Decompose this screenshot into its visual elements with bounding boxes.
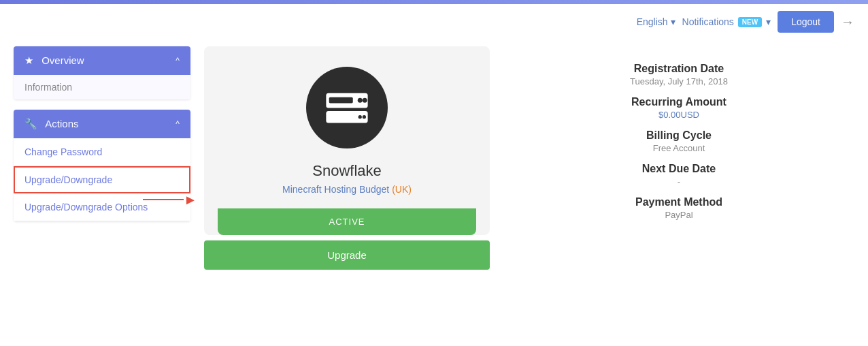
exit-icon[interactable]: → (841, 14, 854, 30)
language-button[interactable]: English ▾ (637, 16, 675, 27)
service-icon-wrap (306, 67, 388, 148)
billing-cycle-label: Billing Cycle (517, 129, 841, 142)
language-chevron: ▾ (671, 16, 675, 27)
registration-date-label: Registration Date (517, 63, 841, 75)
center-panel: ► Snowflake Mi (204, 46, 490, 270)
recurring-amount-value: $0.00USD (517, 110, 841, 120)
payment-method-value: PayPal (517, 210, 841, 220)
svg-rect-4 (329, 97, 353, 103)
billing-cycle-value: Free Account (517, 143, 841, 153)
red-arrow: ► (143, 193, 197, 206)
overview-chevron: ^ (176, 56, 180, 65)
service-subtitle-region: (UK) (392, 184, 412, 195)
svg-point-6 (363, 115, 366, 119)
registration-date-value: Tuesday, July 17th, 2018 (517, 76, 841, 86)
star-icon: ★ (24, 54, 33, 66)
svg-point-5 (358, 115, 362, 119)
payment-method-label: Payment Method (517, 196, 841, 208)
overview-title: Overview (41, 54, 84, 66)
service-subtitle: Minecraft Hosting Budget (UK) (218, 184, 476, 195)
logout-label: Logout (791, 16, 820, 27)
sidebar-item-upgrade-downgrade[interactable]: Upgrade/Downgrade (14, 166, 190, 193)
notifications-chevron: ▾ (766, 16, 771, 27)
service-name: Snowflake (218, 162, 476, 180)
svg-point-3 (363, 97, 367, 102)
upgrade-button[interactable]: Upgrade (204, 240, 490, 270)
status-bar: ACTIVE (218, 208, 476, 235)
sidebar-item-information[interactable]: Information (14, 75, 190, 99)
logout-button[interactable]: Logout (778, 11, 834, 33)
svg-point-2 (358, 97, 363, 102)
sidebar-item-change-password[interactable]: Change Password (14, 138, 190, 166)
notifications-label: Notifications (682, 16, 734, 27)
sidebar-section-overview: ★ Overview ^ Information (14, 46, 190, 99)
main-content: ★ Overview ^ Information 🔧 Actions ^ Cha… (0, 40, 868, 277)
next-due-date-label: Next Due Date (517, 163, 841, 175)
language-label: English (637, 16, 668, 27)
next-due-date-value: - (517, 176, 841, 187)
sidebar: ★ Overview ^ Information 🔧 Actions ^ Cha… (14, 46, 190, 270)
service-subtitle-text: Minecraft Hosting Budget (282, 184, 389, 195)
recurring-amount-label: Recurring Amount (517, 96, 841, 108)
wrench-icon: 🔧 (24, 118, 37, 129)
sidebar-header-overview[interactable]: ★ Overview ^ (14, 46, 190, 75)
status-label: ACTIVE (329, 217, 365, 227)
actions-chevron: ^ (176, 119, 180, 129)
header: English ▾ Notifications NEW ▾ Logout → (0, 4, 868, 40)
info-panel: Registration Date Tuesday, July 17th, 20… (503, 46, 854, 270)
notifications-button[interactable]: Notifications NEW ▾ (682, 16, 771, 27)
sidebar-header-actions[interactable]: 🔧 Actions ^ (14, 110, 190, 138)
actions-title: Actions (45, 118, 78, 129)
server-icon (323, 89, 371, 127)
service-card: Snowflake Minecraft Hosting Budget (UK) … (204, 46, 490, 235)
notifications-badge: NEW (738, 17, 762, 27)
